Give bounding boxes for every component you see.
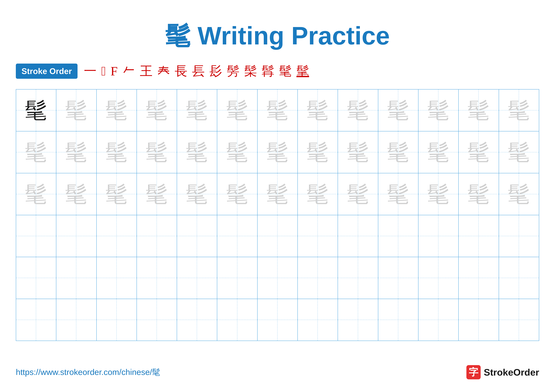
stroke-9: 髟 bbox=[210, 63, 222, 80]
grid-cell bbox=[177, 299, 217, 341]
guide-char: 髦 bbox=[347, 98, 369, 122]
grid-cell bbox=[378, 257, 418, 299]
guide-char: 髦 bbox=[186, 98, 208, 122]
grid-cell bbox=[137, 257, 177, 299]
stroke-11: 髤 bbox=[244, 63, 257, 80]
title-section: 髦 Writing Practice bbox=[16, 19, 539, 53]
guide-char: 髦 bbox=[25, 182, 47, 206]
grid-cell: 髦 bbox=[217, 131, 257, 173]
guide-char: 髦 bbox=[508, 98, 530, 122]
grid-cell: 髦 bbox=[257, 89, 298, 131]
grid-cell: 髦 bbox=[459, 89, 499, 131]
grid-cell: 髦 bbox=[298, 89, 338, 131]
stroke-7: 長 bbox=[175, 63, 187, 80]
grid-cell: 髦 bbox=[137, 131, 177, 173]
grid-cell bbox=[378, 215, 418, 257]
grid-cell: 髦 bbox=[137, 173, 177, 215]
grid-cell: 髦 bbox=[56, 89, 96, 131]
grid-row-5 bbox=[16, 257, 539, 299]
grid-cell bbox=[16, 215, 56, 257]
grid-cell: 髦 bbox=[378, 89, 418, 131]
grid-cell: 髦 bbox=[217, 89, 257, 131]
grid-cell bbox=[257, 257, 298, 299]
strokeorder-logo-label: StrokeOrder bbox=[484, 367, 539, 378]
grid-cell: 髦 bbox=[378, 173, 418, 215]
grid-cell bbox=[378, 299, 418, 341]
grid-cell: 髦 bbox=[217, 173, 257, 215]
guide-char: 髦 bbox=[387, 98, 409, 122]
guide-char: 髦 bbox=[467, 98, 490, 122]
stroke-13: 髦 bbox=[279, 63, 292, 80]
title-label: Writing Practice bbox=[190, 21, 390, 50]
grid-cell bbox=[418, 215, 459, 257]
guide-char: 髦 bbox=[307, 140, 329, 164]
guide-char: 髦 bbox=[307, 98, 329, 122]
guide-char: 髦 bbox=[186, 182, 208, 206]
practice-grid: 髦 髦 髦 髦 髦 髦 髦 髦 髦 髦 髦 髦 髦 髦 髦 髦 髦 bbox=[16, 89, 539, 341]
grid-cell: 髦 bbox=[298, 173, 338, 215]
strokeorder-logo-icon: 字 bbox=[466, 365, 481, 379]
guide-char: 髦 bbox=[307, 182, 329, 206]
grid-cell: 髦 bbox=[56, 173, 96, 215]
stroke-1: 一 bbox=[84, 63, 96, 80]
grid-cell bbox=[16, 257, 56, 299]
grid-cell bbox=[177, 257, 217, 299]
guide-char: 髦 bbox=[427, 140, 449, 164]
guide-char: 髦 bbox=[226, 98, 248, 122]
grid-cell bbox=[499, 257, 539, 299]
grid-cell: 髦 bbox=[378, 131, 418, 173]
guide-char: 髦 bbox=[106, 98, 128, 122]
stroke-12: 髥 bbox=[262, 63, 274, 80]
guide-char: 髦 bbox=[106, 182, 128, 206]
grid-cell: 髦 bbox=[499, 131, 539, 173]
grid-cell bbox=[96, 257, 137, 299]
grid-cell bbox=[257, 299, 298, 341]
grid-cell bbox=[56, 257, 96, 299]
grid-cell: 髦 bbox=[257, 173, 298, 215]
guide-char: 髦 bbox=[467, 140, 490, 164]
grid-cell: 髦 bbox=[499, 173, 539, 215]
guide-char: 髦 bbox=[508, 182, 530, 206]
grid-cell: 髦 bbox=[96, 173, 137, 215]
stroke-order-badge: Stroke Order bbox=[16, 64, 78, 79]
stroke-6: 𡗗 bbox=[157, 64, 170, 78]
guide-char: 髦 bbox=[226, 140, 248, 164]
grid-cell bbox=[298, 257, 338, 299]
grid-cell bbox=[217, 257, 257, 299]
grid-cell: 髦 bbox=[96, 89, 137, 131]
grid-cell: 髦 bbox=[177, 89, 217, 131]
guide-char: 髦 bbox=[387, 182, 409, 206]
grid-cell bbox=[96, 299, 137, 341]
page: 髦 Writing Practice Stroke Order 一 𠃌 F 𠂉 … bbox=[0, 0, 555, 392]
grid-cell bbox=[217, 215, 257, 257]
grid-cell bbox=[338, 299, 378, 341]
grid-row-2: 髦 髦 髦 髦 髦 髦 髦 髦 髦 髦 髦 髦 髦 bbox=[16, 131, 539, 173]
stroke-10: 髣 bbox=[227, 63, 240, 80]
guide-char: 髦 bbox=[146, 140, 168, 164]
grid-row-3: 髦 髦 髦 髦 髦 髦 髦 髦 髦 髦 髦 髦 髦 bbox=[16, 173, 539, 215]
example-char-black: 髦 bbox=[25, 98, 47, 122]
grid-cell: 髦 bbox=[338, 173, 378, 215]
guide-char: 髦 bbox=[226, 182, 248, 206]
stroke-2: 𠃌 bbox=[101, 64, 106, 78]
guide-char: 髦 bbox=[347, 182, 369, 206]
stroke-3: F bbox=[110, 64, 118, 78]
grid-row-1: 髦 髦 髦 髦 髦 髦 髦 髦 髦 髦 髦 髦 髦 bbox=[16, 89, 539, 131]
grid-cell: 髦 bbox=[459, 131, 499, 173]
stroke-4: 𠂉 bbox=[123, 64, 135, 78]
stroke-8: 镸 bbox=[192, 63, 205, 80]
grid-row-6 bbox=[16, 299, 539, 341]
grid-cell: 髦 bbox=[338, 131, 378, 173]
stroke-5: 王 bbox=[140, 63, 153, 80]
guide-char: 髦 bbox=[467, 182, 490, 206]
grid-cell: 髦 bbox=[459, 173, 499, 215]
grid-cell: 髦 bbox=[56, 131, 96, 173]
grid-cell: 髦 bbox=[137, 89, 177, 131]
stroke-14: 髦 bbox=[297, 63, 309, 80]
grid-cell: 髦 bbox=[177, 131, 217, 173]
grid-cell bbox=[418, 299, 459, 341]
grid-cell: 髦 bbox=[16, 89, 56, 131]
grid-cell bbox=[298, 299, 338, 341]
grid-cell: 髦 bbox=[338, 89, 378, 131]
grid-cell bbox=[137, 215, 177, 257]
